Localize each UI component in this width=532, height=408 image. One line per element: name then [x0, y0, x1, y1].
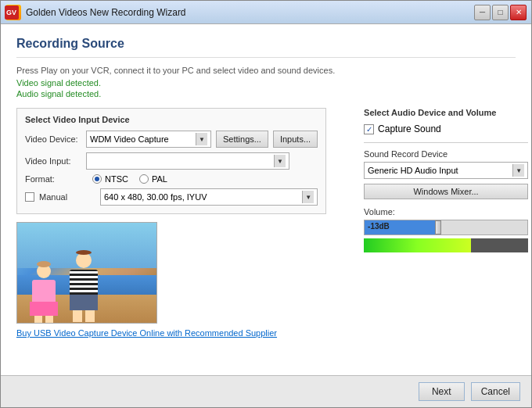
- manual-label: Manual: [39, 192, 95, 202]
- manual-row: Manual 640 x 480, 30.00 fps, IYUV ▼: [25, 188, 318, 206]
- maximize-button[interactable]: □: [492, 5, 509, 20]
- input-row: Video Input: ▼: [25, 152, 318, 170]
- video-signal-text: Video signal detected.: [16, 78, 516, 88]
- device-label: Video Device:: [25, 134, 81, 144]
- format-label: Format:: [25, 174, 81, 184]
- sound-device-dropdown[interactable]: Generic HD Audio Input ▼: [364, 162, 528, 179]
- instruction-text: Press Play on your VCR, connect it to yo…: [16, 66, 516, 75]
- sound-device-value: Generic HD Audio Input: [368, 166, 512, 175]
- volume-label: Volume:: [364, 207, 528, 217]
- right-panel: Select Audio Device and Volume ✓ Capture…: [364, 108, 528, 363]
- skirt: [30, 302, 58, 316]
- window-controls: ─ □ ✕: [474, 5, 527, 20]
- audio-group-title: Select Audio Device and Volume: [364, 108, 528, 117]
- video-group-title: Select Video Input Device: [25, 115, 318, 124]
- resolution-dropdown[interactable]: 640 x 480, 30.00 fps, IYUV ▼: [100, 188, 318, 206]
- ntsc-label: NTSC: [105, 174, 128, 184]
- legs: [29, 316, 59, 324]
- next-button[interactable]: Next: [419, 382, 465, 401]
- vu-gray-bar: [471, 238, 529, 252]
- boy-hair: [76, 250, 92, 255]
- capture-sound-row: ✓ Capture Sound: [364, 123, 528, 134]
- preview-image: [17, 223, 156, 323]
- ntsc-radio[interactable]: [92, 174, 102, 184]
- hair: [37, 261, 51, 267]
- video-group-box: Select Video Input Device Video Device: …: [16, 108, 326, 214]
- inputs-button[interactable]: Inputs...: [273, 131, 318, 148]
- boy-legs: [64, 310, 103, 322]
- cancel-button[interactable]: Cancel: [471, 382, 520, 401]
- ntsc-option[interactable]: NTSC: [92, 174, 128, 184]
- minimize-button[interactable]: ─: [474, 5, 491, 20]
- title-bar: GV Golden Videos New Recording Wizard ─ …: [1, 1, 531, 24]
- close-button[interactable]: ✕: [510, 5, 527, 20]
- dropdown-arrow2-icon: ▼: [274, 155, 286, 167]
- bottom-bar: Next Cancel: [1, 375, 531, 407]
- window-title: Golden Videos New Recording Wizard: [26, 7, 474, 18]
- vu-green-bar: [364, 238, 471, 252]
- sound-dropdown-arrow-icon: ▼: [512, 164, 524, 177]
- left-panel: Select Video Input Device Video Device: …: [16, 108, 326, 363]
- boy-shorts: [70, 295, 98, 310]
- resolution-value: 640 x 480, 30.00 fps, IYUV: [104, 192, 302, 202]
- shirt: [32, 280, 56, 302]
- capture-sound-checkbox[interactable]: ✓: [364, 124, 374, 134]
- content-area: Recording Source Press Play on your VCR,…: [1, 24, 531, 375]
- pal-radio[interactable]: [139, 174, 149, 184]
- video-device-value: WDM Video Capture: [90, 134, 196, 144]
- sound-record-label: Sound Record Device: [364, 149, 528, 159]
- main-window: GV Golden Videos New Recording Wizard ─ …: [0, 0, 532, 408]
- app-icon: GV: [5, 5, 21, 20]
- device-row: Video Device: WDM Video Capture ▼ Settin…: [25, 131, 318, 148]
- dropdown-arrow-icon: ▼: [196, 133, 207, 145]
- capture-sound-label: Capture Sound: [378, 123, 441, 134]
- audio-signal-text: Audio signal detected.: [16, 89, 516, 98]
- boy-shirt: [70, 270, 98, 295]
- volume-db-label: -13dB: [368, 222, 390, 231]
- figure-girl: [29, 264, 59, 323]
- video-input-dropdown[interactable]: ▼: [86, 152, 289, 170]
- dropdown-arrow3-icon: ▼: [302, 191, 314, 203]
- input-label: Video Input:: [25, 156, 81, 166]
- main-area: Select Video Input Device Video Device: …: [16, 108, 516, 363]
- volume-slider[interactable]: -13dB: [364, 220, 528, 235]
- supplier-link[interactable]: Buy USB Video Capture Device Online with…: [16, 328, 326, 338]
- divider-line: [364, 142, 528, 143]
- page-title: Recording Source: [16, 37, 516, 58]
- video-device-dropdown[interactable]: WDM Video Capture ▼: [86, 131, 211, 148]
- volume-handle[interactable]: [435, 220, 441, 234]
- figure-boy: [64, 252, 103, 323]
- preview-area: [16, 222, 157, 324]
- manual-checkbox[interactable]: [25, 192, 34, 202]
- settings-button[interactable]: Settings...: [216, 131, 268, 148]
- windows-mixer-button[interactable]: Windows Mixer...: [364, 184, 528, 199]
- pal-label: PAL: [152, 174, 167, 184]
- logo: GV: [5, 5, 19, 20]
- format-row: Format: NTSC PAL: [25, 174, 318, 184]
- vu-meter: [364, 238, 528, 252]
- pal-option[interactable]: PAL: [139, 174, 167, 184]
